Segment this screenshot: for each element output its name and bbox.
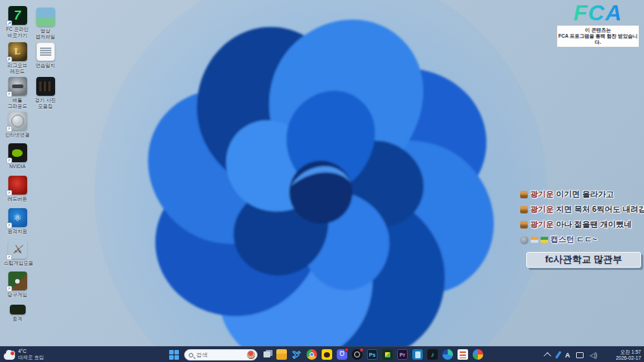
windows-logo-icon <box>169 350 174 354</box>
music-note-icon: ♪ <box>431 351 435 358</box>
desktop-icon-atom[interactable]: ⚛↗원격지원 <box>4 208 31 235</box>
desktop-icon-lol[interactable]: L↗리그오브레전드 <box>4 42 31 74</box>
windows11-bloom-wallpaper <box>0 0 644 362</box>
shortcut-arrow-icon: ↗ <box>6 222 12 229</box>
document-icon <box>36 42 55 61</box>
obs-button[interactable] <box>352 349 362 360</box>
dark-photo-icon <box>36 77 55 96</box>
desktop-icon-pubg[interactable]: ↗배틀그라운드 <box>4 77 31 109</box>
twitter-button[interactable]: 🕊 <box>291 349 302 360</box>
speech-bubble-icon <box>324 352 330 357</box>
recorder-button[interactable] <box>382 349 393 360</box>
photoshop-icon: Ps <box>369 352 376 357</box>
taskbar-search[interactable]: 검색 <box>184 349 257 360</box>
red-app-icon: ↗ <box>8 176 27 195</box>
edge-button[interactable] <box>442 349 453 360</box>
desktop-icon-match-photos[interactable]: 경기 사진모음집 <box>32 77 59 109</box>
desktop-icon-label: 중계 <box>4 316 31 322</box>
file-explorer-button[interactable] <box>276 349 287 360</box>
fca-logo: FCA <box>556 2 639 24</box>
desktop-icon-label: 연습일지 <box>32 63 59 69</box>
desktop-icon-billiard[interactable]: ↗당구게임 <box>4 272 31 298</box>
volume-icon[interactable]: ◁) <box>590 351 597 359</box>
shortcut-arrow-icon: ↗ <box>6 254 12 260</box>
desktop-icon-video-captures[interactable]: 영상캡처파일 <box>32 8 59 39</box>
taskbar-weather-widget[interactable]: 4°C 대체로 흐림 <box>4 348 44 360</box>
live-chat-overlay: 광기운 이기면 올라가고 광기운 지면 목처 6찍어도 내려감 광기운 아나 젊… <box>516 187 644 268</box>
chrome-button[interactable] <box>307 349 317 360</box>
chat-text: 아나 젊을땐 개이뻤네 <box>556 219 632 230</box>
desktop-icon-label: NVIDIA <box>4 164 31 170</box>
start-button[interactable] <box>169 350 179 360</box>
pen-icon[interactable] <box>555 351 562 359</box>
windows-logo-icon <box>174 355 179 360</box>
task-view-button[interactable] <box>261 349 272 360</box>
blue-app-button[interactable] <box>412 349 423 360</box>
taskbar-clock[interactable]: 오전 1:57 2026-02-17 <box>616 349 641 360</box>
ime-indicator[interactable]: A <box>565 351 571 359</box>
desktop-icon-fc-online[interactable]: 7↗FC 온라인바로가기 <box>4 6 31 38</box>
discord-button[interactable]: ᗜ <box>337 349 347 360</box>
flag-badge-icon <box>531 237 538 243</box>
blue-app-icon <box>415 351 421 358</box>
premiere-button[interactable]: Pr <box>397 349 408 360</box>
windows-logo-icon <box>169 355 174 360</box>
fca-notice-line2: FCA 프로그램을 통해 협찬 받았습니다. <box>558 33 638 45</box>
chat-banner: fc사관학교 많관부 <box>526 252 641 268</box>
capcut-button[interactable]: ♪ <box>427 349 438 360</box>
desktop-icon-internet[interactable]: ↗인터넷연결 <box>4 112 31 138</box>
windows-logo-icon <box>174 350 179 354</box>
chat-message: 광기운 아나 젊을땐 개이뻤네 <box>516 217 644 232</box>
shortcut-arrow-icon: ↗ <box>6 57 12 63</box>
search-placeholder: 검색 <box>196 351 247 359</box>
bird-icon: 🕊 <box>292 349 301 360</box>
chrome-icon <box>310 352 314 357</box>
chat-username: 캡스턴 <box>550 235 575 245</box>
member-badge-icon <box>520 206 528 213</box>
fc-online-icon: 7↗ <box>8 6 27 25</box>
network-icon[interactable] <box>576 352 584 358</box>
chat-username: 광기운 <box>530 204 554 215</box>
search-highlight-avatar <box>247 351 255 359</box>
flag-badge-icon <box>541 237 548 243</box>
clock-date: 2026-02-17 <box>616 355 641 361</box>
chat-message: 캡스턴 ㄷㄷ~ <box>516 232 644 247</box>
desktop-icon-steam-games[interactable]: ⚔↗스팀게임모음 <box>4 240 31 266</box>
fca-watermark: FCA 이 콘텐츠는 FCA 프로그램을 통해 협찬 받았습니다. <box>556 2 639 48</box>
weather-temp: 4°C <box>18 348 44 354</box>
notification-badge <box>344 348 349 352</box>
tray-overflow-chevron-icon[interactable] <box>544 352 551 360</box>
weather-desc: 대체로 흐림 <box>18 354 44 360</box>
recorder-icon <box>385 352 390 357</box>
notes-app-button[interactable] <box>458 349 468 360</box>
shortcut-arrow-icon: ↗ <box>6 158 12 164</box>
desktop-icon-misc[interactable]: 중계 <box>4 305 31 322</box>
chat-message: 광기운 지면 목처 6찍어도 내려감 <box>516 202 644 217</box>
cloud-icon <box>4 353 15 360</box>
chat-message: 광기운 이기면 올라가고 <box>516 187 644 202</box>
desktop-icon-notes[interactable]: 연습일지 <box>32 42 59 69</box>
pubg-helmet-icon: ↗ <box>8 77 27 96</box>
desktop-icon-redbutton[interactable]: ↗레드버튼 <box>4 176 31 202</box>
kakaotalk-button[interactable] <box>322 349 332 360</box>
avatar <box>520 236 528 244</box>
chat-text: 지면 목처 6찍어도 내려감 <box>556 204 644 215</box>
notification-badge <box>359 348 364 352</box>
desktop-icon-label: 경기 사진모음집 <box>32 97 59 109</box>
member-badge-icon <box>520 191 528 198</box>
chat-text: 이기면 올라가고 <box>556 189 614 200</box>
chat-text: ㄷㄷ~ <box>577 235 597 245</box>
desktop-icon-label: 레드버튼 <box>4 196 31 202</box>
task-view-icon <box>263 351 270 357</box>
shortcut-arrow-icon: ↗ <box>6 91 12 97</box>
shortcut-arrow-icon: ↗ <box>6 190 12 196</box>
game-button[interactable] <box>473 349 483 360</box>
taskbar-app-icons: 🕊 ᗜ Ps Pr ♪ <box>261 349 483 360</box>
shortcut-arrow-icon: ↗ <box>6 126 12 132</box>
photoshop-button[interactable]: Ps <box>367 349 377 360</box>
desktop-icon-label: 원격지원 <box>4 229 31 235</box>
desktop-icon-nvidia[interactable]: ↗NVIDIA <box>4 143 31 170</box>
taskbar: 4°C 대체로 흐림 검색 🕊 ᗜ Ps Pr ♪ A ◁) 오전 1:57 2… <box>0 346 644 362</box>
desktop-icon-label: 당구게임 <box>4 292 31 298</box>
chat-username: 광기운 <box>530 219 554 230</box>
